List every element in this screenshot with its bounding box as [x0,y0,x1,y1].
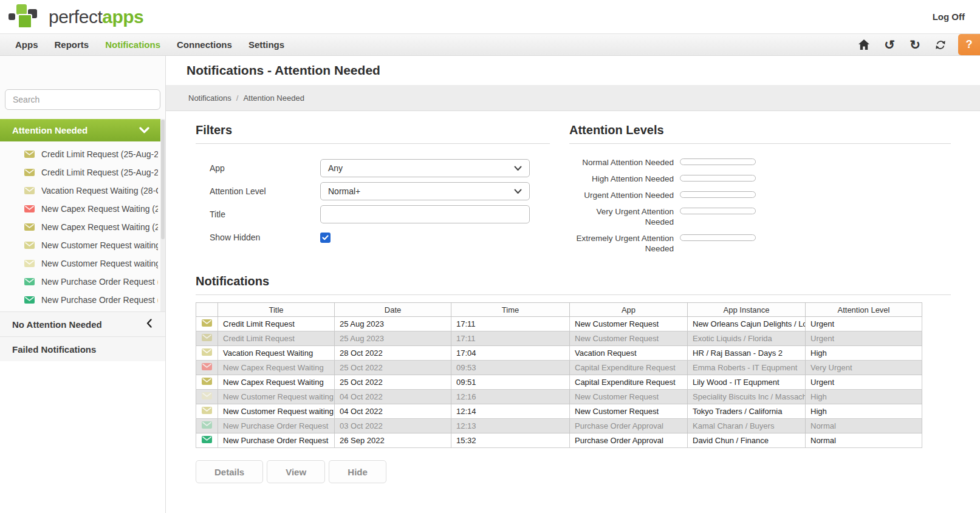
filters-heading: Filters [196,123,550,137]
sidebar-scroll-region: Attention Needed Credit Limit Request (2… [0,119,165,311]
list-item[interactable]: Credit Limit Request (25-Aug-2023) [0,145,160,163]
view-button[interactable]: View [267,460,325,483]
cell-attention-level: Very Urgent [806,361,922,375]
cell-app-instance: HR / Raj Bassan - Days 2 [688,346,806,361]
cell-date: 28 Oct 2022 [335,346,451,361]
show-hidden-checkbox[interactable] [320,233,331,243]
log-off-link[interactable]: Log Off [933,12,965,22]
envelope-icon [24,187,35,194]
show-hidden-label: Show Hidden [196,233,320,242]
cell-attention-level: High [806,390,922,404]
table-row[interactable]: New Customer Request waiting for S 04 Oc… [196,390,922,404]
list-item[interactable]: New Customer Request waiting for S… [0,236,160,254]
cell-date: 25 Aug 2023 [335,317,451,331]
nav-item-reports[interactable]: Reports [55,39,89,50]
cell-app: Capital Expenditure Request [570,375,688,390]
attention-level-label: Very Urgent Attention Needed [569,206,674,227]
attention-level-filter-label: Attention Level [196,186,320,196]
cell-date: 26 Sep 2022 [335,433,451,448]
title-filter-input[interactable] [320,205,530,223]
filter-row-title: Title [196,205,550,223]
hide-button[interactable]: Hide [329,460,386,483]
list-item[interactable]: Vacation Request Waiting (28-Oct-20… [0,182,160,200]
list-item[interactable]: New Purchase Order Request (26-Sep… [0,291,160,309]
table-row[interactable]: New Purchase Order Request 03 Oct 2022 1… [196,419,922,433]
cell-date: 03 Oct 2022 [335,419,451,433]
table-row[interactable]: Credit Limit Request 25 Aug 2023 17:11 N… [196,317,922,331]
search-input[interactable] [5,89,160,110]
help-button[interactable]: ? [958,34,980,55]
cell-date: 25 Oct 2022 [335,375,451,390]
column-header-title: Title [218,303,335,317]
list-item-label: New Purchase Order Request (3-Oct-… [41,277,158,287]
breadcrumb: Notifications / Attention Needed [166,85,980,111]
cell-attention-level: Urgent [806,317,922,331]
nav-item-notifications[interactable]: Notifications [105,39,160,50]
list-item[interactable]: Credit Limit Request (25-Aug-2023) [0,163,160,182]
page-title: Notifications - Attention Needed [187,63,380,78]
cell-app: Vacation Request [570,346,688,361]
cell-app-instance: Emma Roberts - IT Equpment [688,361,806,375]
table-row[interactable]: New Capex Request Waiting 25 Oct 2022 09… [196,375,922,390]
nav-item-connections[interactable]: Connections [177,39,232,50]
sidebar-section-attention-needed[interactable]: Attention Needed [0,119,160,141]
list-item-label: New Capex Request Waiting (25-Oct-… [41,204,158,214]
notifications-section: Notifications Title Date Time [196,274,951,483]
table-row[interactable]: New Purchase Order Request 26 Sep 2022 1… [196,433,922,448]
breadcrumb-notifications[interactable]: Notifications [188,93,231,103]
details-button[interactable]: Details [196,460,263,483]
list-item[interactable]: New Customer Request waiting for S… [0,254,160,273]
app-filter-select[interactable]: Any [320,159,530,177]
nav-item-apps[interactable]: Apps [15,39,38,50]
cell-time: 12:14 [451,404,570,419]
chevron-down-icon [139,125,149,135]
attention-level-filter-value: Normal+ [328,186,360,196]
attention-level-row: Very Urgent Attention Needed [569,206,951,227]
cell-app-instance: Tokyo Traders / California [688,404,806,419]
cell-app-instance: Speciality Biscuits Inc / Massachuse [688,390,806,404]
nav-item-settings[interactable]: Settings [248,39,284,50]
attention-level-bar [680,158,756,165]
cell-title: Credit Limit Request [218,317,335,331]
envelope-icon [202,392,212,399]
sidebar-scrollbar[interactable] [160,119,165,311]
check-icon [322,235,329,240]
cell-app: New Customer Request [570,404,688,419]
nav-toolbar: ↺ ↻ ? [851,34,980,55]
table-row[interactable]: Vacation Request Waiting 28 Oct 2022 17:… [196,346,922,361]
sidebar-section-label: Attention Needed [12,125,87,135]
list-item[interactable]: New Capex Request Waiting (25-Oct-… [0,218,160,236]
nav-items: AppsReportsNotificationsConnectionsSetti… [15,39,284,50]
list-item-label: New Purchase Order Request (26-Sep… [41,295,158,305]
list-item-label: Credit Limit Request (25-Aug-2023) [41,168,158,177]
table-row[interactable]: New Customer Request waiting for S 04 Oc… [196,404,922,419]
undo-icon[interactable]: ↺ [877,38,902,51]
table-row[interactable]: Credit Limit Request 25 Aug 2023 17:11 N… [196,331,922,346]
list-item[interactable]: New Capex Request Waiting (25-Oct-… [0,200,160,218]
table-header-row: Title Date Time App App Instance Attenti… [196,303,922,317]
filter-row-app: App Any [196,159,550,177]
cell-app: New Customer Request [570,390,688,404]
sync-icon[interactable] [928,39,953,51]
cell-date: 04 Oct 2022 [335,390,451,404]
cell-attention-level: Urgent [806,331,922,346]
attention-level-bar [680,191,756,198]
envelope-icon [24,151,35,158]
attention-level-row: High Attention Needed [569,174,951,184]
cell-attention-level: High [806,346,922,361]
cell-date: 04 Oct 2022 [335,404,451,419]
list-item[interactable]: New Purchase Order Request (3-Oct-… [0,273,160,291]
cell-date: 25 Oct 2022 [335,361,451,375]
attention-level-filter-select[interactable]: Normal+ [320,182,530,200]
home-icon[interactable] [851,39,877,50]
redo-icon[interactable]: ↻ [902,38,928,51]
sidebar-scrollbar-thumb[interactable] [161,120,165,239]
table-actions: DetailsViewHide [196,460,951,483]
attention-level-label: Extremely Urgent Attention Needed [569,233,674,254]
sidebar-section-no-attention-needed[interactable]: No Attention Needed [0,311,165,336]
cell-app-instance: New Orleans Cajun Delights / Louisi [688,317,806,331]
chevron-down-icon [514,163,522,173]
sidebar-section-failed-notifications[interactable]: Failed Notifications [0,336,165,361]
table-row[interactable]: New Capex Request Waiting 25 Oct 2022 09… [196,361,922,375]
column-header-date: Date [335,303,451,317]
